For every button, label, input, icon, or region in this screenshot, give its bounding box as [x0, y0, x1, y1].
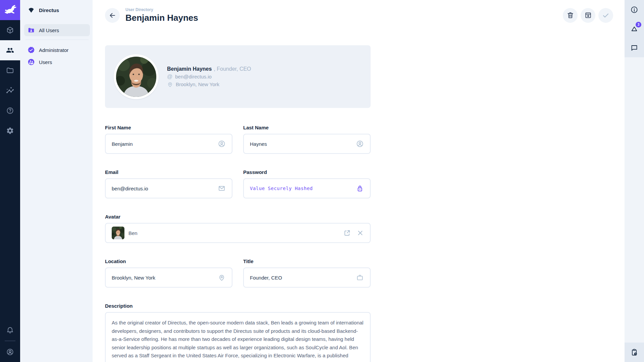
field-label: Title [243, 258, 371, 264]
at-glyph: @ [167, 74, 172, 80]
card-user-name: Benjamin Haynes [167, 66, 212, 72]
header-actions [563, 8, 613, 23]
folder-user-icon [28, 26, 35, 34]
sidebar-item-administrator[interactable]: Administrator [24, 44, 90, 56]
page-title: Benjamin Haynes [125, 13, 198, 23]
email-input[interactable] [112, 186, 214, 191]
field-label: Avatar [105, 214, 371, 220]
sidebar-item-label: Administrator [39, 47, 68, 53]
project-chooser[interactable]: Directus [20, 0, 93, 20]
comment-icon [630, 44, 638, 52]
field-first-name: First Name [105, 125, 232, 154]
avatar-file-input[interactable]: Ben [105, 223, 371, 243]
field-label: Description [105, 303, 371, 309]
card-user-role: , Founder, CEO [214, 66, 251, 72]
first-name-input[interactable] [112, 141, 214, 147]
field-description: Description As the original creator of D… [105, 303, 371, 362]
avatar [114, 54, 159, 99]
settings-icon[interactable] [0, 121, 20, 141]
delete-button[interactable] [563, 8, 578, 23]
avatar-photo [116, 57, 156, 97]
directus-rabbit-logo[interactable] [0, 0, 20, 20]
sidebar-item-all-users[interactable]: All Users [24, 24, 90, 36]
card-user-email: ben@directus.io [175, 74, 212, 79]
gem-icon [28, 6, 35, 14]
lock-icon [356, 184, 364, 192]
user-card: Benjamin Haynes , Founder, CEO @ ben@dir… [105, 45, 371, 108]
sidebar-item-label: Users [39, 59, 52, 65]
sidebar-item-label: All Users [39, 27, 59, 33]
password-input[interactable] [250, 186, 352, 191]
folder-icon[interactable] [0, 60, 20, 80]
nav-divider [25, 40, 89, 40]
field-avatar: Avatar Ben [105, 214, 371, 243]
briefcase-icon [356, 274, 364, 282]
location-input[interactable] [112, 275, 214, 281]
user-faces-icon [28, 58, 35, 66]
main-area: User Directory Benjamin Haynes Benjamin … [93, 0, 625, 362]
comments-section-toggle[interactable] [625, 38, 644, 57]
field-location: Location [105, 258, 232, 288]
title-input[interactable] [250, 275, 352, 281]
clipboard-clock-icon [630, 348, 638, 356]
field-label: Password [243, 169, 371, 175]
field-label: First Name [105, 125, 232, 130]
module-bar-spacer [0, 141, 20, 320]
user-circle-icon[interactable] [0, 342, 20, 362]
archive-button[interactable] [581, 8, 595, 23]
last-name-input[interactable] [250, 141, 352, 147]
bell-icon[interactable] [0, 320, 20, 340]
revisions-section-toggle[interactable]: 3 [625, 19, 644, 38]
back-button[interactable] [105, 8, 120, 23]
card-user-location: Brooklyn, New York [176, 81, 219, 87]
description-textarea[interactable]: As the original creator of Directus, the… [112, 319, 364, 362]
breadcrumb[interactable]: User Directory [125, 7, 198, 12]
verified-badge-icon [28, 46, 35, 54]
module-bar-divider [5, 341, 15, 341]
right-sidebar-spacer [625, 57, 644, 343]
right-sidebar: 3 [625, 0, 644, 362]
avatar-file-name: Ben [128, 230, 339, 236]
field-last-name: Last Name [243, 125, 371, 154]
envelope-icon [218, 184, 226, 192]
nav-sidebar: Directus All Users Administrator Users [20, 0, 93, 362]
user-circle-icon [356, 140, 364, 148]
field-label: Last Name [243, 125, 371, 130]
map-pin-icon [167, 81, 173, 87]
info-section-toggle[interactable] [625, 0, 644, 19]
module-bar [0, 0, 20, 362]
field-label: Email [105, 169, 232, 175]
item-detail-content: Benjamin Haynes , Founder, CEO @ ben@dir… [93, 45, 625, 362]
project-name: Directus [39, 7, 59, 13]
user-form: First Name Last Name Email [105, 125, 371, 362]
insights-icon[interactable] [0, 80, 20, 101]
activity-section-toggle[interactable] [625, 343, 644, 362]
external-link-icon[interactable] [343, 229, 351, 237]
close-icon[interactable] [357, 229, 364, 237]
save-button[interactable] [598, 8, 613, 23]
field-title: Title [243, 258, 371, 288]
field-password: Password [243, 169, 371, 198]
users-icon[interactable] [0, 40, 20, 60]
map-pin-icon [218, 274, 226, 282]
sidebar-item-users[interactable]: Users [24, 56, 90, 68]
avatar-thumbnail [112, 227, 124, 239]
revisions-badge: 3 [636, 22, 641, 27]
info-icon [630, 6, 638, 14]
help-icon[interactable] [0, 101, 20, 121]
field-label: Location [105, 258, 232, 264]
page-header: User Directory Benjamin Haynes [93, 0, 625, 23]
cube-icon[interactable] [0, 20, 20, 40]
user-circle-icon [218, 140, 226, 148]
field-email: Email [105, 169, 232, 198]
